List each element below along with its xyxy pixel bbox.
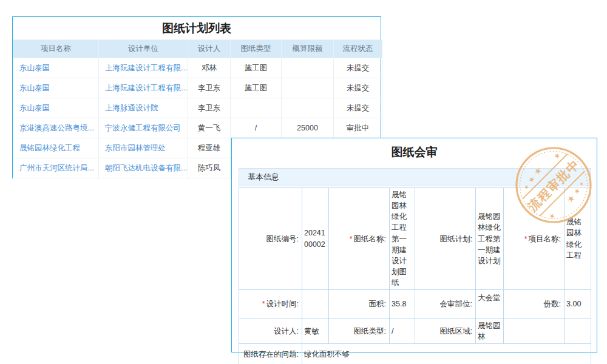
designer-cell: 程亚雄 <box>188 138 231 158</box>
project-link[interactable]: 广州市天河区统计局... <box>13 158 99 178</box>
form-row: *设计时间: 面积: 35.8 会审部位: 大会堂 份数: 3.00 <box>239 290 591 318</box>
label-text: 图纸名称: <box>354 235 386 243</box>
designer-cell: 邓林 <box>188 58 231 78</box>
plan-list-title: 图纸计划列表 <box>13 17 381 39</box>
status-link[interactable]: 未提交 <box>334 98 382 118</box>
review-title: 图纸会审 <box>232 144 597 161</box>
required-mark: * <box>350 235 353 243</box>
budget-cell: 25000 <box>282 118 334 138</box>
project-link[interactable]: 东山泰国 <box>13 98 99 118</box>
budget-cell <box>282 78 334 98</box>
budget-cell <box>282 98 334 118</box>
plan-table-header-row: 项目名称 设计单位 设计人 图纸类型 概算限额 流程状态 <box>13 40 382 58</box>
drawing-name-label: *图纸名称: <box>329 188 390 290</box>
area-value: 35.8 <box>390 290 415 318</box>
label-text: 项目名称: <box>529 235 561 243</box>
form-row: 设计人: 黄敏 图纸类型: / 图纸区域: 晟铭园林 <box>239 318 591 344</box>
column-header-unit: 设计单位 <box>99 40 188 58</box>
table-row: 东山泰国 上海阮建设计工程有限... 邓林 施工图 未提交 <box>13 58 382 78</box>
designer-value: 黄敏 <box>302 318 329 344</box>
form-row: 图纸存在的问题: 绿化面积不够 <box>239 344 591 364</box>
type-cell <box>231 98 282 118</box>
status-link[interactable]: 审批中 <box>334 118 382 138</box>
label-text: 设计时间: <box>266 300 299 308</box>
unit-link[interactable]: 宁波永健工程有限公司 <box>99 118 188 138</box>
drawing-region-label: 图纸区域: <box>415 318 476 344</box>
designer-cell: 李卫东 <box>188 78 231 98</box>
copies-value: 3.00 <box>565 290 591 318</box>
design-time-label: *设计时间: <box>239 290 302 318</box>
unit-link[interactable]: 东阳市园林管理处 <box>99 138 188 158</box>
empty-cell <box>504 318 565 344</box>
project-name-value: 晟铭园林绿化工程 <box>565 188 591 290</box>
column-header-project: 项目名称 <box>13 40 99 58</box>
review-part-value: 大会堂 <box>476 290 504 318</box>
designer-label: 设计人: <box>239 318 302 344</box>
status-link[interactable]: 未提交 <box>334 58 382 78</box>
area-label: 面积: <box>329 290 390 318</box>
copies-label: 份数: <box>504 290 565 318</box>
drawing-type-value: / <box>390 318 415 344</box>
drawing-type-label: 图纸类型: <box>329 318 390 344</box>
basic-info-section-header: 基本信息 <box>239 168 591 186</box>
status-link[interactable]: 未提交 <box>334 78 382 98</box>
unit-link[interactable]: 上海阮建设计工程有限... <box>99 58 188 78</box>
column-header-designer: 设计人 <box>188 40 231 58</box>
type-cell: / <box>231 118 282 138</box>
design-time-value <box>302 290 329 318</box>
unit-link[interactable]: 朝阳飞达机电设备有限... <box>99 158 188 178</box>
project-link[interactable]: 晟铭园林绿化工程 <box>13 138 99 158</box>
required-mark: * <box>524 235 527 243</box>
column-header-budget: 概算限额 <box>282 40 334 58</box>
budget-cell <box>282 58 334 78</box>
type-cell: 施工图 <box>231 58 282 78</box>
table-row: 东山泰国 上海阮建设计工程有限... 李卫东 施工图 未提交 <box>13 78 382 98</box>
empty-cell <box>565 318 591 344</box>
column-header-status: 流程状态 <box>334 40 382 58</box>
required-mark: * <box>262 300 265 308</box>
designer-cell: 黄一飞 <box>188 118 231 138</box>
problem-value: 绿化面积不够 <box>302 344 591 364</box>
column-header-type: 图纸类型 <box>231 40 282 58</box>
drawing-plan-value: 晟铭园林绿化工程第一期建设计划 <box>476 188 504 290</box>
project-link[interactable]: 东山泰国 <box>13 78 99 98</box>
unit-link[interactable]: 上海脉通设计院 <box>99 98 188 118</box>
table-row: 东山泰国 上海脉通设计院 李卫东 未提交 <box>13 98 382 118</box>
table-row: 京港澳高速公路粤境... 宁波永健工程有限公司 黄一飞 / 25000 审批中 <box>13 118 382 138</box>
project-link[interactable]: 京港澳高速公路粤境... <box>13 118 99 138</box>
review-part-label: 会审部位: <box>415 290 476 318</box>
form-row: 图纸编号: 2024100002 *图纸名称: 晟铭园林绿化工程第一期建设计划图… <box>239 188 591 290</box>
review-form-table: 图纸编号: 2024100002 *图纸名称: 晟铭园林绿化工程第一期建设计划图… <box>239 187 591 364</box>
drawing-review-panel: 图纸会审 基本信息 图纸编号: 2024100002 *图纸名称: 晟铭园林绿化… <box>231 138 597 352</box>
drawing-region-value: 晟铭园林 <box>476 318 504 344</box>
type-cell: 施工图 <box>231 78 282 98</box>
project-name-label: *项目名称: <box>504 188 565 290</box>
designer-cell: 陈巧凤 <box>188 158 231 178</box>
designer-cell: 李卫东 <box>188 98 231 118</box>
unit-link[interactable]: 上海阮建设计工程有限... <box>99 78 188 98</box>
project-link[interactable]: 东山泰国 <box>13 58 99 78</box>
drawing-no-value: 2024100002 <box>302 188 329 290</box>
drawing-name-value: 晟铭园林绿化工程第一期建设计划图纸 <box>390 188 415 290</box>
drawing-no-label: 图纸编号: <box>239 188 302 290</box>
problem-label: 图纸存在的问题: <box>239 344 302 364</box>
drawing-plan-label: 图纸计划: <box>415 188 476 290</box>
